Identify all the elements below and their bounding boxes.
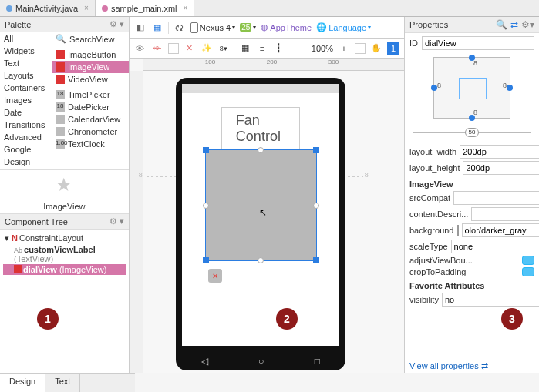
tab-design[interactable]: Design (0, 374, 45, 392)
close-icon[interactable]: × (84, 4, 89, 12)
view-mode-icon[interactable]: ◧ (134, 22, 147, 34)
margin-default[interactable]: 8▾ (217, 42, 230, 55)
bias-slider[interactable]: 50 (409, 127, 534, 138)
zoom-fit-icon[interactable] (355, 43, 366, 54)
palette-cat[interactable]: Text (0, 57, 52, 69)
constraint-anchor[interactable] (507, 85, 513, 91)
textview-fancontrol[interactable]: Fan Control (221, 107, 300, 150)
autoconnect-icon[interactable] (168, 43, 179, 54)
favorite-star[interactable]: ★ (0, 169, 129, 199)
gear-icon[interactable]: ⚙ ▾ (109, 19, 124, 29)
tab-text[interactable]: Text (45, 374, 80, 392)
align-icon[interactable]: ≡ (256, 42, 268, 55)
tree-item[interactable]: AbcustomViewLabel (TextView) (3, 244, 126, 264)
palette-cat[interactable]: Containers (0, 82, 52, 94)
orientation-icon[interactable]: 🗘 (173, 22, 186, 34)
constraint-margin[interactable]: 8 (473, 109, 477, 116)
tree-item-dialview[interactable]: dialView (ImageView) (3, 264, 126, 275)
component-tree: ▾ NConstraintLayout AbcustomViewLabel (T… (0, 230, 129, 373)
palette-item[interactable]: ImageButton (52, 49, 129, 61)
view-all-properties-link[interactable]: View all properties ⇄ (405, 360, 539, 373)
palette-cat[interactable]: Google (0, 143, 52, 156)
prop-label: layout_width (409, 147, 456, 156)
palette-cat[interactable]: Widgets (0, 45, 52, 57)
palette-cat[interactable]: Design (0, 156, 52, 168)
palette-cat[interactable]: Advanced (0, 131, 52, 143)
tab-samplemain[interactable]: sample_main.xml × (96, 0, 194, 16)
palette-cat[interactable]: Images (0, 94, 52, 106)
constraint-handle[interactable] (258, 257, 264, 263)
palette-item[interactable]: 1:00TextClock (52, 138, 129, 150)
resize-handle[interactable] (313, 147, 319, 153)
device-screen[interactable]: Fan Control ↖ ✕ (182, 84, 339, 346)
prop-label-id: ID (409, 39, 419, 48)
imageview-selection[interactable] (205, 149, 317, 261)
constraint-margin: 8 (139, 171, 143, 179)
palette-item[interactable]: 18TimePicker (52, 89, 129, 101)
search-icon: 🔍 (56, 34, 66, 44)
action-badge[interactable]: ✕ (208, 269, 222, 283)
palette-cat[interactable]: All (0, 32, 52, 45)
constraint-margin[interactable]: 8 (437, 82, 441, 89)
device-selector[interactable]: Nexus 4▾ (190, 22, 235, 33)
component-tree-title: Component Tree (5, 217, 68, 226)
constraint-margin[interactable]: 8 (473, 59, 477, 67)
prop-input-contentdesc[interactable] (471, 207, 539, 221)
gear-icon[interactable]: ⚙▾ (521, 19, 534, 30)
infer-icon[interactable]: ✨ (200, 42, 213, 55)
theme-selector[interactable]: ◍AppTheme (261, 22, 312, 32)
prop-input-background[interactable] (462, 223, 540, 237)
zoom-in-icon[interactable]: + (338, 42, 350, 55)
palette-item[interactable]: VideoView (52, 73, 129, 85)
magnet-icon[interactable]: ⬲ (151, 42, 163, 55)
pack-icon[interactable]: ▦ (239, 42, 251, 55)
language-selector[interactable]: 🌐Language▾ (316, 22, 371, 32)
resize-handle[interactable] (313, 257, 319, 263)
prop-input-height[interactable] (463, 161, 539, 175)
palette-cat[interactable]: Date (0, 106, 52, 119)
palette-item-imageview[interactable]: ImageView (52, 61, 129, 73)
constraint-handle[interactable] (313, 203, 319, 209)
constraint-handle[interactable] (258, 147, 264, 153)
tree-root[interactable]: ▾ NConstraintLayout (3, 233, 126, 244)
zoom-level[interactable]: 100% (312, 44, 333, 53)
toggle-adjustviewbounds[interactable] (522, 256, 534, 265)
design-canvas[interactable]: 100 200 300 8 8 Fan Control ↖ ✕ (130, 59, 404, 373)
status-bar (182, 84, 339, 93)
close-icon[interactable]: × (184, 4, 188, 12)
cursor-icon: ↖ (259, 207, 267, 218)
prop-input-id[interactable] (422, 36, 534, 50)
clock-icon: 1:00 (56, 139, 65, 149)
resize-handle[interactable] (203, 147, 209, 153)
prop-input-scaletype[interactable] (451, 240, 539, 253)
horiz-icon[interactable]: ⇄ (510, 19, 518, 30)
constraint-margin[interactable]: 8 (503, 82, 507, 89)
layers-icon[interactable]: 1 (387, 42, 399, 55)
search-icon[interactable]: 🔍 (496, 19, 507, 30)
palette-item[interactable]: 18DatePicker (52, 101, 129, 113)
constraint-handle[interactable] (203, 203, 209, 209)
prop-input-visibility[interactable] (442, 293, 539, 307)
api-selector[interactable]: 25▾ (240, 23, 256, 32)
palette-cat[interactable]: Layouts (0, 69, 52, 82)
prop-input-srccompat[interactable] (453, 191, 539, 205)
palette-item[interactable]: CalendarView (52, 113, 129, 126)
calendar-icon: 18 (56, 102, 65, 112)
toggle-croptopadding[interactable] (522, 267, 534, 276)
palette-search[interactable]: 🔍SearchView (52, 32, 129, 45)
guideline-icon[interactable]: ┇ (273, 42, 285, 55)
pan-icon[interactable]: ✋ (370, 42, 382, 55)
gear-icon[interactable]: ⚙ ▾ (109, 216, 124, 226)
palette-item[interactable]: Chronometer (52, 126, 129, 138)
constraint-widget[interactable]: 8 8 8 8 (433, 57, 510, 119)
constraint-anchor[interactable] (431, 85, 437, 91)
tab-mainactivity[interactable]: MainActivity.java × (0, 0, 96, 16)
blueprint-icon[interactable]: ▦ (151, 22, 163, 34)
palette-cat[interactable]: Transitions (0, 119, 52, 131)
prop-input-width[interactable] (460, 145, 539, 159)
resize-handle[interactable] (203, 257, 209, 263)
eye-icon[interactable]: 👁 (134, 42, 147, 55)
color-swatch[interactable] (457, 225, 459, 236)
clear-icon[interactable]: ✕ (184, 42, 196, 55)
zoom-out-icon[interactable]: − (295, 42, 307, 55)
